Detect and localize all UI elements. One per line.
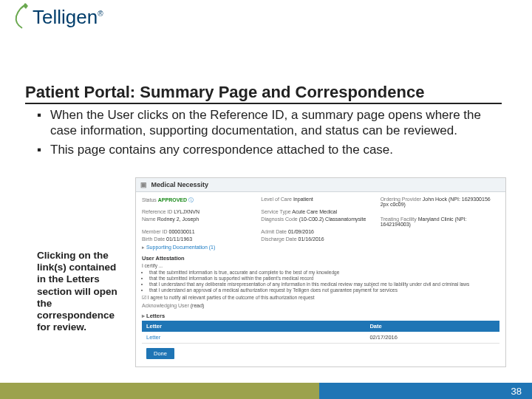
checkbox-icon: ☑	[142, 295, 146, 300]
collapse-icon: ▣	[140, 181, 147, 188]
expand-icon: ▸	[142, 313, 145, 319]
supporting-doc-link[interactable]: Supporting Documentation (1)	[146, 245, 215, 250]
bullet-1: When the User clicks on the Reference ID…	[50, 107, 502, 139]
telligen-logo: Telligen®	[15, 6, 103, 29]
attestation-list: that the submitted information is true, …	[149, 270, 499, 293]
user-attestation-heading: User Attestation	[142, 255, 499, 262]
side-note: Clicking on the link(s) contained in the…	[37, 250, 126, 333]
letters-table-header: Letter Date	[142, 321, 499, 332]
panel-header: ▣ Medical Necessity	[136, 178, 505, 192]
letter-link[interactable]: Letter	[146, 334, 160, 341]
letters-heading: Letters	[146, 313, 165, 319]
expand-icon: ▸	[142, 245, 145, 250]
bullet-list: ▪When the User clicks on the Reference I…	[37, 107, 502, 160]
letters-table-row: Letter 02/17/2016	[142, 332, 499, 344]
info-icon: ⓘ	[188, 197, 194, 202]
embedded-screenshot: ▣ Medical Necessity Status APPROVED ⓘ Le…	[135, 177, 506, 367]
letter-date: 02/17/2016	[365, 332, 402, 343]
logo-reg: ®	[98, 10, 103, 18]
page-number: 38	[511, 386, 522, 397]
done-button[interactable]: Done	[146, 348, 174, 359]
slide-title: Patient Portal: Summary Page and Corresp…	[25, 83, 502, 104]
panel-title: Medical Necessity	[151, 181, 209, 188]
footer-bar	[0, 383, 532, 399]
svg-marker-0	[23, 3, 28, 9]
status-value: APPROVED	[158, 197, 187, 202]
bullet-2: This page contains any correspondence at…	[50, 142, 393, 157]
